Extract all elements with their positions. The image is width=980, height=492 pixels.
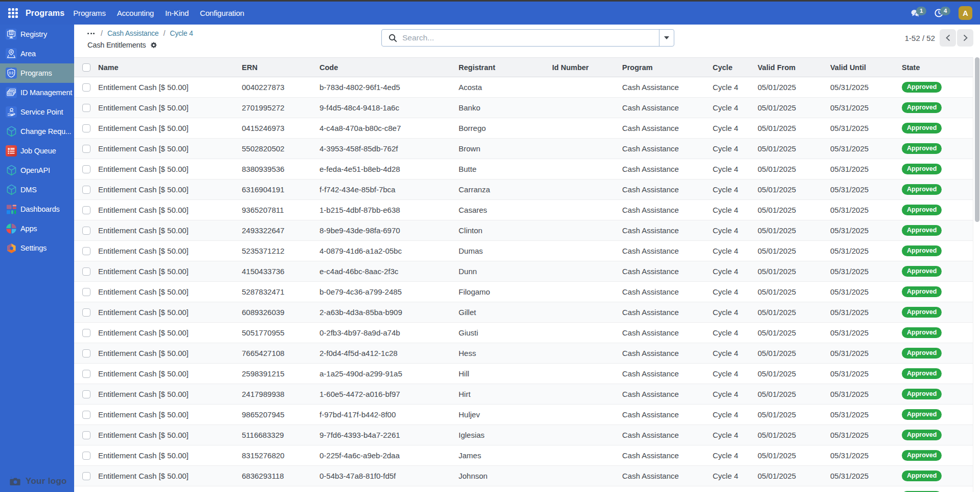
cell-id-number[interactable] [552,118,622,139]
table-row[interactable]: Entitlement Cash [$ 50.00] 2417989938 1-… [74,384,973,405]
cell-program[interactable]: Cash Assistance [622,364,713,384]
cell-name[interactable]: Entitlement Cash [$ 50.00] [98,364,242,384]
sidebar-item-service-point[interactable]: Service Point [0,102,74,122]
cell-valid-until[interactable]: 05/31/2025 [830,220,902,241]
row-checkbox[interactable] [82,452,90,460]
cell-registrant[interactable]: Filogamo [459,282,552,302]
cell-program[interactable]: Cash Assistance [622,445,713,466]
cell-id-number[interactable] [552,364,622,384]
cell-state[interactable]: Approved [902,241,973,261]
cell-program[interactable]: Cash Assistance [622,241,713,261]
cell-state[interactable]: Approved [902,77,973,98]
column-header-program[interactable]: Program [622,58,713,77]
cell-cycle[interactable]: Cycle 4 [713,364,758,384]
column-header-id-number[interactable]: Id Number [552,58,622,77]
row-checkbox[interactable] [82,370,90,378]
cell-program[interactable]: Cash Assistance [622,405,713,425]
column-header-name[interactable]: Name [98,58,242,77]
table-row[interactable]: Entitlement Cash [$ 50.00] 6836293118 0-… [74,466,973,486]
cell-valid-from[interactable]: 05/01/2025 [758,118,830,139]
cell-ern[interactable]: 5051770955 [242,323,320,343]
cell-valid-until[interactable]: 05/31/2025 [830,139,902,159]
cell-program[interactable]: Cash Assistance [622,220,713,241]
cell-id-number[interactable] [552,384,622,405]
cell-code[interactable]: 1-60e5-4472-a016-bf97 [320,384,459,405]
cell-cycle[interactable]: Cycle 4 [713,77,758,98]
cell-state[interactable]: Approved [902,302,973,323]
cell-registrant[interactable]: Brown [459,139,552,159]
cell-cycle[interactable]: Cycle 4 [713,302,758,323]
table-row[interactable]: Entitlement Cash [$ 50.00] 2701995272 9-… [74,98,973,118]
cell-code[interactable]: 2-f0d4-4f5d-a412-1c28 [320,343,459,364]
cell-registrant[interactable]: Banko [459,98,552,118]
select-all-checkbox[interactable] [82,63,90,72]
cell-valid-from[interactable]: 05/01/2025 [758,343,830,364]
table-row[interactable]: Entitlement Cash [$ 50.00] 5502820502 4-… [74,139,973,159]
top-menu-item-in-kind[interactable]: In-Kind [159,5,194,21]
breadcrumb-ellipsis[interactable] [87,33,95,34]
cell-name[interactable]: Entitlement Cash [$ 50.00] [98,98,242,118]
table-row[interactable]: Entitlement Cash [$ 50.00] 8315276820 0-… [74,445,973,466]
table-row[interactable]: Entitlement Cash [$ 50.00] 6089326039 2-… [74,302,973,323]
cell-ern[interactable]: 2417989938 [242,384,320,405]
cell-name[interactable]: Entitlement Cash [$ 50.00] [98,486,242,492]
search-input[interactable] [397,33,659,42]
cell-valid-from[interactable]: 05/01/2025 [758,302,830,323]
cell-valid-from[interactable]: 05/01/2025 [758,364,830,384]
table-row[interactable]: Entitlement Cash [$ 50.00] 8380939536 e-… [74,159,973,180]
sidebar-logo[interactable]: Your logo [9,476,67,486]
cell-valid-until[interactable]: 05/31/2025 [830,405,902,425]
cell-ern[interactable]: 0040227873 [242,77,320,98]
cell-valid-until[interactable]: 05/31/2025 [830,384,902,405]
cell-registrant[interactable]: Borrego [459,118,552,139]
cell-valid-until[interactable]: 05/31/2025 [830,425,902,445]
cell-name[interactable]: Entitlement Cash [$ 50.00] [98,241,242,261]
cell-name[interactable]: Entitlement Cash [$ 50.00] [98,180,242,200]
cell-id-number[interactable] [552,282,622,302]
cell-registrant[interactable]: James [459,445,552,466]
table-row[interactable]: Entitlement Cash [$ 50.00] 9865207945 f-… [74,405,973,425]
cell-id-number[interactable] [552,425,622,445]
top-menu-item-configuration[interactable]: Configuration [194,5,250,21]
cell-state[interactable]: Approved [902,118,973,139]
cell-ern[interactable]: 4150433736 [242,261,320,282]
cell-name[interactable]: Entitlement Cash [$ 50.00] [98,425,242,445]
row-checkbox[interactable] [82,329,90,337]
cell-valid-from[interactable]: 05/01/2025 [758,77,830,98]
cell-cycle[interactable]: Cycle 4 [713,180,758,200]
cell-program[interactable]: Cash Assistance [622,200,713,220]
cell-ern[interactable]: 8380939536 [242,159,320,180]
cell-name[interactable]: Entitlement Cash [$ 50.00] [98,323,242,343]
cell-registrant[interactable]: Hirt [459,384,552,405]
cell-state[interactable]: Approved [902,466,973,486]
cell-cycle[interactable]: Cycle 4 [713,425,758,445]
cell-registrant[interactable]: Gillet [459,302,552,323]
column-header-ern[interactable]: ERN [242,58,320,77]
cell-id-number[interactable] [552,261,622,282]
cell-registrant[interactable]: Johnson [459,466,552,486]
cell-program[interactable]: Cash Assistance [622,98,713,118]
cell-cycle[interactable]: Cycle 4 [713,139,758,159]
cell-valid-from[interactable]: 05/01/2025 [758,200,830,220]
cell-cycle[interactable]: Cycle 4 [713,261,758,282]
cell-program[interactable]: Cash Assistance [622,486,713,492]
row-checkbox[interactable] [82,472,90,480]
cell-program[interactable]: Cash Assistance [622,323,713,343]
messages-button[interactable]: 1 [910,9,920,18]
column-header-valid-until[interactable]: Valid Until [830,58,902,77]
cell-valid-from[interactable]: 05/01/2025 [758,139,830,159]
cell-valid-until[interactable]: 05/31/2025 [830,261,902,282]
cell-state[interactable]: Approved [902,343,973,364]
cell-ern[interactable]: 2598391215 [242,364,320,384]
cell-valid-from[interactable]: 05/01/2025 [758,466,830,486]
cell-name[interactable]: Entitlement Cash [$ 50.00] [98,384,242,405]
table-row[interactable]: Entitlement Cash [$ 50.00] 7665427108 2-… [74,343,973,364]
column-header-state[interactable]: State [902,58,973,77]
cell-ern[interactable]: 6316904191 [242,180,320,200]
cell-code[interactable]: 0-2fb3-4b97-8a9d-a74b [320,323,459,343]
cell-code[interactable]: b-783d-4802-96f1-4ed5 [320,77,459,98]
sidebar-item-job-queue[interactable]: Job Queue [0,141,74,161]
cell-id-number[interactable] [552,98,622,118]
cell-id-number[interactable] [552,302,622,323]
cell-registrant[interactable]: Acosta [459,77,552,98]
